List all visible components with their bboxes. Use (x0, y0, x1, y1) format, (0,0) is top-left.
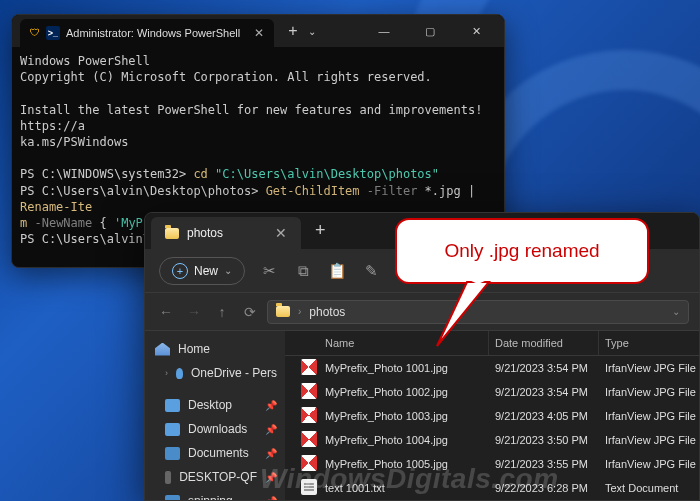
sidebar-item-label: OneDrive - Pers (191, 366, 277, 380)
file-type: IrfanView JPG File (599, 458, 699, 470)
shield-icon: 🛡 (30, 27, 40, 38)
file-list: Name Date modified Type Size MyPrefix_Ph… (285, 331, 699, 500)
table-row[interactable]: MyPrefix_Photo 1001.jpg9/21/2023 3:54 PM… (285, 356, 699, 380)
sidebar-item-label: DESKTOP-QF (179, 470, 257, 484)
sidebar-item-home[interactable]: Home (145, 337, 285, 361)
sidebar-item-label: Downloads (188, 422, 247, 436)
rename-icon[interactable]: ✎ (361, 262, 381, 280)
file-date: 9/21/2023 3:54 PM (489, 362, 599, 374)
sidebar-item-label: Home (178, 342, 210, 356)
text-file-icon (301, 479, 317, 495)
close-icon[interactable]: ✕ (254, 26, 264, 40)
pc-icon (165, 471, 171, 484)
address-text: photos (309, 305, 345, 319)
powershell-tab[interactable]: 🛡 >_ Administrator: Windows PowerShell ✕ (20, 19, 274, 47)
download-icon (165, 423, 180, 436)
file-type: IrfanView JPG File (599, 410, 699, 422)
new-tab-button[interactable]: + (315, 220, 326, 241)
chevron-down-icon[interactable]: ⌄ (672, 306, 680, 317)
file-name: MyPrefix_Photo 1001.jpg (319, 362, 489, 374)
sidebar-item-snipping[interactable]: snipping 📌 (145, 489, 285, 500)
powershell-tab-title: Administrator: Windows PowerShell (66, 27, 240, 39)
minimize-button[interactable]: — (364, 16, 404, 46)
file-type: IrfanView JPG File (599, 434, 699, 446)
paste-icon[interactable]: 📋 (327, 262, 347, 280)
file-type: Text Document (599, 482, 699, 494)
callout-text: Only .jpg renamed (444, 240, 599, 262)
file-date: 9/21/2023 4:05 PM (489, 410, 599, 422)
file-name: MyPrefix_Photo 1004.jpg (319, 434, 489, 446)
cut-icon[interactable]: ✂ (259, 262, 279, 280)
image-file-icon (301, 407, 317, 423)
refresh-button[interactable]: ⟳ (239, 304, 261, 320)
callout-bubble: Only .jpg renamed (395, 218, 649, 284)
explorer-main: Home › OneDrive - Pers Desktop 📌 Downloa… (145, 331, 699, 500)
folder-icon (276, 306, 290, 317)
explorer-tab-title: photos (187, 226, 223, 240)
new-tab-button[interactable]: + (288, 22, 297, 40)
home-icon (155, 343, 170, 356)
column-header-row: Name Date modified Type Size (285, 331, 699, 356)
forward-button[interactable]: → (183, 304, 205, 320)
file-type: IrfanView JPG File (599, 362, 699, 374)
pin-icon: 📌 (265, 472, 277, 483)
plus-icon: + (172, 263, 188, 279)
column-header-type[interactable]: Type (599, 331, 699, 355)
image-file-icon (301, 383, 317, 399)
table-row[interactable]: MyPrefix_Photo 1004.jpg9/21/2023 3:50 PM… (285, 428, 699, 452)
svg-marker-0 (437, 282, 489, 346)
table-row[interactable]: MyPrefix_Photo 1005.jpg9/21/2023 3:55 PM… (285, 452, 699, 476)
image-file-icon (301, 431, 317, 447)
pin-icon: 📌 (265, 400, 277, 411)
sidebar-item-desktop[interactable]: Desktop 📌 (145, 393, 285, 417)
image-file-icon (301, 455, 317, 471)
chevron-down-icon: ⌄ (224, 265, 232, 276)
sidebar-item-downloads[interactable]: Downloads 📌 (145, 417, 285, 441)
folder-icon (165, 228, 179, 239)
sidebar-item-onedrive[interactable]: › OneDrive - Pers (145, 361, 285, 385)
powershell-titlebar: 🛡 >_ Administrator: Windows PowerShell ✕… (12, 15, 504, 47)
file-date: 9/21/2023 3:50 PM (489, 434, 599, 446)
back-button[interactable]: ← (155, 304, 177, 320)
desktop-icon (165, 399, 180, 412)
tab-menu-chevron-icon[interactable]: ⌄ (308, 26, 316, 37)
file-type: IrfanView JPG File (599, 386, 699, 398)
column-header-date[interactable]: Date modified (489, 331, 599, 355)
sidebar-item-label: Documents (188, 446, 249, 460)
file-name: MyPrefix_Photo 1005.jpg (319, 458, 489, 470)
chevron-right-icon: › (165, 368, 168, 378)
table-row[interactable]: MyPrefix_Photo 1002.jpg9/21/2023 3:54 PM… (285, 380, 699, 404)
pin-icon: 📌 (265, 496, 277, 501)
folder-icon (165, 495, 180, 501)
sidebar-item-desktop-qf[interactable]: DESKTOP-QF 📌 (145, 465, 285, 489)
table-row[interactable]: text 1001.txt9/22/2023 6:28 PMText Docum… (285, 476, 699, 500)
file-name: MyPrefix_Photo 1003.jpg (319, 410, 489, 422)
explorer-navbar: ← → ↑ ⟳ › photos ⌄ (145, 293, 699, 331)
chevron-right-icon: › (298, 306, 301, 317)
maximize-button[interactable]: ▢ (410, 16, 450, 46)
table-row[interactable]: MyPrefix_Photo 1003.jpg9/21/2023 4:05 PM… (285, 404, 699, 428)
file-date: 9/21/2023 3:54 PM (489, 386, 599, 398)
file-date: 9/22/2023 6:28 PM (489, 482, 599, 494)
close-icon[interactable]: ✕ (275, 225, 287, 241)
cloud-icon (176, 368, 183, 379)
file-date: 9/21/2023 3:55 PM (489, 458, 599, 470)
document-icon (165, 447, 180, 460)
sidebar-item-documents[interactable]: Documents 📌 (145, 441, 285, 465)
file-name: text 1001.txt (319, 482, 489, 494)
sidebar-item-label: snipping (188, 494, 233, 500)
explorer-sidebar: Home › OneDrive - Pers Desktop 📌 Downloa… (145, 331, 285, 500)
explorer-tab[interactable]: photos ✕ (151, 217, 301, 249)
pin-icon: 📌 (265, 424, 277, 435)
pin-icon: 📌 (265, 448, 277, 459)
image-file-icon (301, 359, 317, 375)
new-button[interactable]: + New ⌄ (159, 257, 245, 285)
copy-icon[interactable]: ⧉ (293, 262, 313, 280)
close-button[interactable]: ✕ (456, 16, 496, 46)
new-button-label: New (194, 264, 218, 278)
up-button[interactable]: ↑ (211, 304, 233, 320)
powershell-icon: >_ (46, 26, 60, 40)
file-name: MyPrefix_Photo 1002.jpg (319, 386, 489, 398)
sidebar-item-label: Desktop (188, 398, 232, 412)
